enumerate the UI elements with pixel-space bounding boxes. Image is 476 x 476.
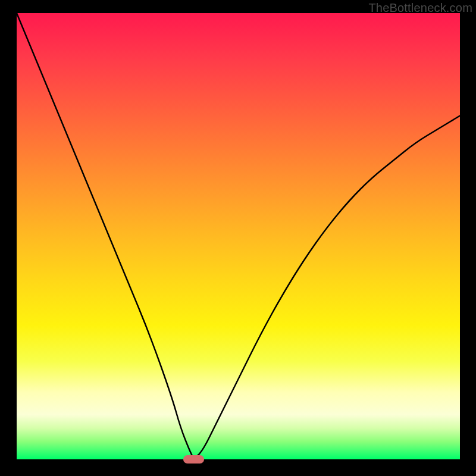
plot-area (17, 13, 460, 459)
bottleneck-curve (17, 13, 460, 459)
watermark-text: TheBottleneck.com (368, 1, 472, 15)
optimum-marker (183, 455, 204, 464)
chart-frame: TheBottleneck.com (0, 0, 476, 476)
